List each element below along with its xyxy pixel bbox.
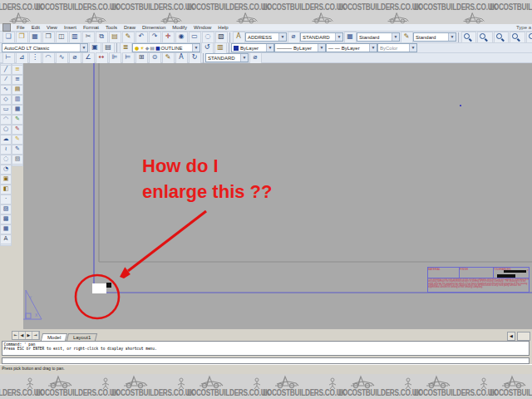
side-tool-icon-6[interactable]: ✎ <box>12 115 23 125</box>
chevron-down-icon[interactable]: ▼ <box>392 33 399 41</box>
circle-icon[interactable]: ○ <box>0 125 12 135</box>
layer-previous-icon[interactable]: ↺ <box>201 42 214 54</box>
chevron-down-icon[interactable]: ▼ <box>448 33 456 41</box>
dimstyle-combo[interactable]: STANDARD▼ <box>205 53 249 62</box>
chevron-down-icon[interactable]: ▼ <box>409 44 416 52</box>
plot-icon[interactable]: ❒ <box>42 32 55 43</box>
layer-color-chip[interactable]: ■ <box>155 45 160 51</box>
lineweight-combo[interactable]: ———ByLayer▼ <box>274 43 326 52</box>
menu-item[interactable]: Edit <box>28 24 43 31</box>
ordinate-dimension-icon[interactable]: ⋮ <box>29 52 42 64</box>
redo-icon[interactable]: ↷ <box>149 32 161 43</box>
publish-icon[interactable]: ▥ <box>69 32 81 43</box>
chevron-down-icon[interactable]: ▼ <box>192 44 200 52</box>
side-tool-icon-2[interactable]: ≡ <box>12 75 23 85</box>
chevron-down-icon[interactable]: ▼ <box>266 44 273 52</box>
polygon-icon[interactable]: ◇ <box>0 95 12 105</box>
tolerance-icon[interactable]: ⊞ <box>135 52 148 64</box>
menu-item[interactable]: Draw <box>121 24 139 31</box>
menu-item[interactable]: Help <box>214 24 231 31</box>
side-tool-icon-8[interactable]: ✎ <box>12 135 23 145</box>
table-style-icon[interactable]: ▦ <box>344 32 357 43</box>
dim-style-combo[interactable]: STANDARD▼ <box>300 32 343 42</box>
side-tool-icon-10[interactable]: ▧ <box>12 155 23 165</box>
pan-realtime-icon[interactable]: ✛ <box>162 32 175 43</box>
center-mark-icon[interactable]: ⊙ <box>149 52 161 64</box>
line-icon[interactable]: ╱ <box>0 65 12 75</box>
tab-model[interactable]: Model <box>41 333 68 341</box>
zoom-window-tool-icon[interactable] <box>461 32 477 43</box>
match-properties-icon[interactable]: ✎ <box>122 32 135 43</box>
gradient-icon[interactable]: ▩ <box>0 214 12 224</box>
save-icon[interactable]: ▦ <box>29 32 42 43</box>
spline-icon[interactable]: ≀ <box>0 145 12 155</box>
side-tool-icon-7[interactable]: ✎ <box>12 125 23 135</box>
jogged-dimension-icon[interactable]: ∿ <box>56 52 68 64</box>
text-style-icon[interactable]: A <box>233 32 245 43</box>
zoom-previous-icon[interactable]: ◌ <box>202 32 214 43</box>
arc-icon[interactable]: ◠ <box>0 115 12 125</box>
dimension-text-edit-icon[interactable]: A <box>175 52 188 64</box>
chevron-down-icon[interactable]: ▼ <box>278 33 286 41</box>
point-icon[interactable]: · <box>0 195 12 204</box>
paste-icon[interactable]: ▤ <box>109 32 121 43</box>
side-tool-icon-4[interactable]: ▥ <box>12 95 23 105</box>
revision-cloud-icon[interactable]: ☁ <box>0 135 12 145</box>
side-tool-icon-9[interactable]: ✎ <box>12 145 23 155</box>
chevron-down-icon[interactable]: ▼ <box>335 33 342 41</box>
menu-item[interactable]: View <box>43 24 61 31</box>
mleader-style-icon[interactable]: ✎ <box>401 32 413 43</box>
chevron-down-icon[interactable]: ▼ <box>369 44 377 52</box>
new-icon[interactable]: ❏ <box>2 32 15 43</box>
layer-combo[interactable]: ●☀◆▤■ OUTLINE ▼ <box>132 43 200 52</box>
dimstyle-edit-icon[interactable]: ⌀ <box>249 52 262 64</box>
angular-dimension-icon[interactable]: ∠ <box>82 52 95 64</box>
workspace-combo[interactable]: AutoCAD LT Classic▼ <box>2 43 88 52</box>
layer-plot-icon[interactable]: ▤ <box>150 45 155 51</box>
zoom-center-icon[interactable] <box>510 32 525 43</box>
dimension-edit-icon[interactable]: ✎ <box>162 52 175 64</box>
ellipse-arc-icon[interactable]: ◔ <box>0 165 12 175</box>
menu-item[interactable]: Dimension <box>139 24 169 31</box>
construction-line-icon[interactable]: ⁄ <box>0 75 12 85</box>
hscroll-thumb[interactable] <box>517 332 530 341</box>
side-tool-icon-1[interactable]: ≡ <box>12 65 23 75</box>
command-input[interactable] <box>2 357 530 364</box>
make-block-icon[interactable]: ◧ <box>0 185 12 195</box>
copy-icon[interactable]: ⧉ <box>96 32 108 43</box>
open-icon[interactable]: ❐ <box>16 32 28 43</box>
baseline-dimension-icon[interactable]: ⊫ <box>109 52 121 64</box>
chevron-down-icon[interactable]: ▼ <box>318 44 325 52</box>
layer-on-bulb-icon[interactable]: ● <box>135 45 139 51</box>
chevron-down-icon[interactable]: ▼ <box>240 54 248 62</box>
diameter-dimension-icon[interactable]: ⌀ <box>69 52 81 64</box>
menu-item[interactable]: Tools <box>102 24 121 31</box>
drawing-canvas[interactable]: Y X MATERIAL FINISH TOLERANCES: ± <box>23 63 532 329</box>
tab-last-button[interactable]: ⇥ <box>32 332 39 339</box>
type-a-question-box[interactable]: Type a <box>516 25 532 30</box>
continue-dimension-icon[interactable]: ⊨ <box>122 52 135 64</box>
quick-dimension-icon[interactable]: ↔ <box>96 52 108 64</box>
zoom-dynamic-icon[interactable] <box>477 32 493 43</box>
hatch-icon[interactable]: ▨ <box>0 204 12 214</box>
corner-white-box[interactable] <box>92 283 106 293</box>
cut-icon[interactable]: ✂ <box>82 32 95 43</box>
ellipse-icon[interactable]: ◌ <box>0 155 12 165</box>
text-style-combo[interactable]: ADDRESS▼ <box>245 32 287 42</box>
tab-next-button[interactable]: ▶ <box>26 332 32 339</box>
dim-style-icon[interactable]: ⌀ <box>288 32 300 43</box>
tab-layout1[interactable]: Layout1 <box>66 333 98 341</box>
dimension-update-icon[interactable]: ↻ <box>189 52 201 64</box>
plotstyle-combo[interactable]: ByColor▼ <box>377 43 417 52</box>
aligned-dimension-icon[interactable]: ⊿ <box>16 52 28 64</box>
command-history[interactable]: Command: '_panPress ESC or ENTER to exit… <box>2 341 530 356</box>
layer-states-icon[interactable]: ▥ <box>214 42 227 54</box>
menu-item[interactable]: File <box>13 24 28 31</box>
polyline-icon[interactable]: ∿ <box>0 85 12 95</box>
undo-icon[interactable]: ↶ <box>135 32 148 43</box>
zoom-object-icon[interactable] <box>526 32 532 43</box>
menu-item[interactable]: Window <box>190 24 214 31</box>
side-tool-icon-3[interactable]: ▤ <box>12 85 23 95</box>
table-icon[interactable]: ▦ <box>0 224 12 234</box>
insert-block-icon[interactable]: ▣ <box>0 175 12 185</box>
